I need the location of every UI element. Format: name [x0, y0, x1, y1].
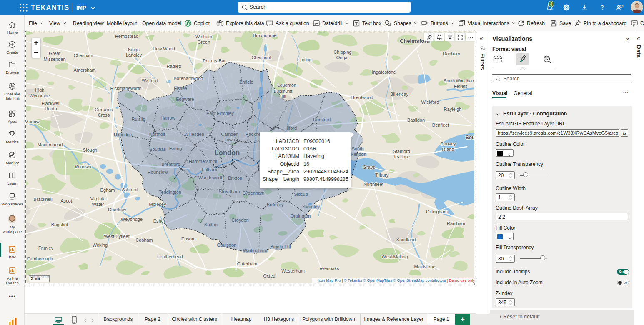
svg-text:Fulham: Fulham — [202, 167, 217, 172]
svg-text:Cobham: Cobham — [135, 238, 153, 242]
svg-text:Bagshot: Bagshot — [51, 222, 68, 227]
svg-text:Cross: Cross — [98, 112, 110, 118]
svg-text:Teddington: Teddington — [159, 190, 181, 195]
svg-text:Enfield: Enfield — [239, 80, 253, 85]
svg-text:Hammersmith: Hammersmith — [189, 159, 217, 164]
svg-text:Amersham: Amersham — [73, 68, 95, 72]
svg-text:Bromley: Bromley — [267, 202, 284, 207]
svg-text:Hempstead: Hempstead — [115, 34, 138, 39]
svg-text:Edgware: Edgware — [176, 97, 194, 102]
svg-text:Chertsey: Chertsey — [108, 207, 127, 212]
svg-text:Ealing: Ealing — [169, 146, 182, 151]
svg-text:Swanley: Swanley — [302, 204, 320, 209]
svg-text:Ilford: Ilford — [287, 125, 297, 130]
svg-text:Loughton: Loughton — [277, 82, 296, 88]
svg-text:Stanford-: Stanford- — [393, 149, 412, 154]
svg-text:Chipping: Chipping — [333, 50, 351, 55]
svg-text:Hill: Hill — [280, 94, 286, 99]
svg-text:Basildon: Basildon — [407, 118, 425, 122]
svg-text:Sou: Sou — [466, 135, 474, 140]
svg-text:Town: Town — [224, 137, 235, 142]
svg-text:Rickmansworth: Rickmansworth — [110, 86, 141, 91]
svg-text:Virginia: Virginia — [90, 196, 106, 201]
svg-text:evenoaks: evenoaks — [319, 266, 339, 271]
svg-text:Frimley: Frimley — [38, 245, 54, 250]
svg-text:Brixton: Brixton — [228, 175, 242, 180]
svg-text:South Woodham: South Woodham — [444, 79, 474, 83]
svg-text:Leatherhead: Leatherhead — [157, 254, 183, 259]
svg-text:High: High — [35, 88, 45, 92]
svg-text:Biggin Hill: Biggin Hill — [271, 244, 291, 249]
svg-text:Green: Green — [198, 40, 210, 45]
svg-text:Northfleet: Northfleet — [363, 182, 383, 187]
svg-text:Buckhurst: Buckhurst — [274, 89, 293, 94]
svg-text:Sutton: Sutton — [204, 222, 218, 227]
svg-text:Great: Great — [49, 51, 60, 56]
svg-text:Billericay: Billericay — [390, 92, 409, 97]
svg-text:Uxbridge: Uxbridge — [114, 132, 132, 137]
svg-text:Bracknell: Bracknell — [33, 197, 52, 202]
svg-text:Weybridge: Weybridge — [121, 217, 143, 222]
svg-text:Croydon: Croydon — [231, 218, 249, 222]
svg-text:Welham: Welham — [195, 34, 212, 39]
svg-text:Kings: Kings — [128, 47, 140, 52]
svg-text:Warlingham: Warlingham — [243, 248, 267, 253]
svg-text:Island: Island — [442, 147, 454, 152]
svg-text:Sydenham: Sydenham — [243, 190, 265, 195]
svg-text:Potters Bar: Potters Bar — [203, 58, 226, 63]
svg-text:Ruislip: Ruislip — [131, 117, 145, 122]
svg-text:Langley: Langley — [126, 52, 142, 58]
svg-text:le-Hope: le-Hope — [394, 154, 411, 159]
svg-text:Willesden: Willesden — [184, 132, 204, 137]
svg-text:?: ? — [601, 4, 604, 11]
svg-text:Molesey: Molesey — [149, 202, 166, 207]
svg-text:Oxted: Oxted — [263, 273, 275, 278]
svg-text:East Finchley: East Finchley — [206, 111, 234, 116]
svg-text:Marlow: Marlow — [26, 119, 40, 124]
svg-text:Southall: Southall — [149, 147, 166, 152]
svg-text:Ingatestone: Ingatestone — [372, 70, 396, 75]
svg-text:Canvey: Canvey — [440, 141, 456, 146]
svg-text:Ascot: Ascot — [60, 198, 72, 203]
svg-text:Brentwood: Brentwood — [351, 95, 373, 100]
svg-text:Chesham: Chesham — [73, 53, 93, 58]
svg-text:Epsom: Epsom — [181, 236, 195, 241]
svg-text:Brentford: Brentford — [161, 162, 180, 167]
svg-text:London: London — [215, 149, 240, 156]
svg-text:ckendon: ckendon — [349, 152, 366, 157]
svg-text:Benfleet: Benfleet — [432, 122, 449, 128]
svg-text:Esher: Esher — [153, 218, 165, 223]
svg-text:Radlett: Radlett — [167, 64, 181, 69]
svg-text:Coulsdon: Coulsdon — [217, 242, 236, 248]
svg-text:Broxbourne: Broxbourne — [253, 33, 277, 38]
svg-text:How Wood: How Wood — [153, 46, 175, 51]
svg-text:Gillingham: Gillingham — [426, 209, 448, 214]
svg-text:Ferrers: Ferrers — [454, 84, 467, 89]
svg-text:Cheshunt: Cheshunt — [251, 55, 271, 60]
svg-text:Northolt: Northolt — [149, 132, 165, 137]
svg-text:Caterham: Caterham — [237, 261, 257, 266]
svg-text:Ongar: Ongar — [336, 55, 349, 60]
svg-text:Orpington: Orpington — [291, 213, 311, 218]
svg-text:Water: Water — [92, 202, 104, 207]
svg-text:Elstree: Elstree — [174, 86, 187, 91]
svg-text:Westerham: Westerham — [281, 268, 305, 273]
svg-text:West Malling: West Malling — [382, 254, 408, 259]
svg-text:Romford: Romford — [313, 117, 331, 122]
svg-text:Borehamwood: Borehamwood — [174, 76, 203, 81]
svg-text:Rainham: Rainham — [447, 221, 465, 226]
svg-text:Harrow: Harrow — [160, 115, 175, 120]
svg-text:Woking: Woking — [93, 242, 108, 248]
svg-text:Watford: Watford — [142, 78, 158, 83]
svg-text:Ashford: Ashford — [122, 187, 138, 192]
svg-text:Slough: Slough — [83, 148, 97, 152]
svg-text:Grays: Grays — [363, 165, 375, 170]
svg-text:Camden: Camden — [221, 132, 238, 137]
svg-text:Sidcup: Sidcup — [294, 192, 308, 197]
svg-text:Maidenhead: Maidenhead — [38, 142, 63, 147]
svg-text:Hounslow: Hounslow — [148, 170, 168, 175]
svg-text:Wandsworth: Wandsworth — [198, 175, 224, 180]
svg-text:Streatham: Streatham — [219, 189, 240, 194]
svg-text:Rayleigh: Rayleigh — [444, 107, 462, 112]
svg-text:Snodland: Snodland — [396, 237, 416, 242]
